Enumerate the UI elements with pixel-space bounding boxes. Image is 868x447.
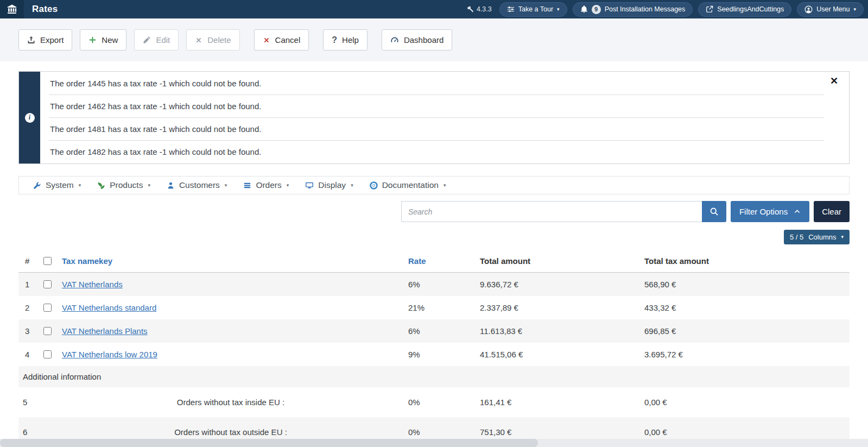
alert-message: The order 1462 has a tax rate -1 which c… [49,95,824,118]
chevron-down-icon: ▾ [443,183,446,188]
pencil-icon [143,36,151,44]
filter-options-button[interactable]: Filter Options [731,201,809,222]
alert-message: The order 1482 has a tax rate -1 which c… [49,141,824,163]
cancel-button[interactable]: Cancel [254,29,309,51]
search-icon [709,207,719,216]
row-index: 1 [18,273,37,297]
alert-messages: The order 1445 has a tax rate -1 which c… [40,72,849,163]
seedling-icon [97,181,105,190]
user-circle-icon [804,5,813,14]
user-menu-label: User Menu [816,5,850,13]
select-all-checkbox[interactable] [43,257,52,265]
rates-table: # Tax namekey Rate Total amount Total ta… [18,250,850,447]
row-checkbox[interactable] [43,350,52,358]
additional-information-label: Additional information [18,366,850,387]
alert-side: i [19,72,40,163]
tax-namekey-link[interactable]: VAT Netherlands standard [62,303,156,312]
row-index: 2 [18,296,37,319]
header-tax-namekey[interactable]: Tax namekey [58,250,404,273]
toolbar: Export New Edit Delete Cancel ? Hel [0,18,868,61]
columns-label: Columns [808,233,836,241]
edit-button[interactable]: Edit [134,29,179,51]
chevron-down-icon: ▾ [225,183,227,188]
toolbar-button-group: Export New Edit Delete [18,29,240,51]
total-amount-value: 41.515,06 € [476,343,640,366]
total-tax-amount-value: 696,85 € [640,319,850,343]
row-checkbox[interactable] [43,304,52,312]
tax-namekey-cell: VAT Netherlands Plants [58,319,404,343]
main-content: i The order 1445 has a tax rate -1 which… [0,61,868,447]
life-ring-icon [370,181,378,190]
total-amount-value: 161,41 € [476,387,640,417]
institution-icon [7,4,17,15]
dashboard-button[interactable]: Dashboard [382,29,452,51]
menu-item-orders[interactable]: Orders▾ [243,180,289,190]
empty-checkbox-cell [37,387,58,417]
menu-item-system[interactable]: System▾ [33,180,81,190]
filter-bar: Filter Options Clear [18,201,850,222]
chevron-down-icon: ▾ [351,183,353,188]
header-index: # [18,250,37,273]
header-rate[interactable]: Rate [404,250,476,273]
row-checkbox[interactable] [43,327,52,335]
row-checkbox[interactable] [43,280,52,288]
row-index: 4 [18,343,37,366]
delete-button[interactable]: Delete [186,29,239,51]
alert-message: The order 1445 has a tax rate -1 which c… [49,72,824,95]
new-button[interactable]: New [80,29,126,51]
export-button[interactable]: Export [18,29,72,51]
chevron-down-icon: ▾ [148,183,150,188]
rate-value: 6% [404,273,476,297]
table-header-row: # Tax namekey Rate Total amount Total ta… [18,250,850,273]
row-index: 3 [18,319,37,343]
total-amount-value: 9.636,72 € [476,273,640,297]
row-checkbox-cell [37,343,58,366]
tax-namekey-link[interactable]: VAT Netherlands [62,280,123,289]
rate-value: 21% [404,296,476,319]
user-icon [167,181,175,190]
search-group [401,201,726,222]
header-actions: 4.3.3 Take a Tour ▾ 9 Post Installation … [467,2,864,17]
menu-item-documentation[interactable]: Documentation▾ [370,180,446,190]
rate-row: 4VAT Netherlands low 20199%41.515,06 €3.… [18,343,850,366]
display-icon [305,181,314,190]
post-installation-messages-button[interactable]: 9 Post Installation Messages [573,2,693,17]
site-label: SeedlingsAndCuttings [717,5,784,13]
header-total-tax-amount: Total tax amount [640,250,850,273]
rate-value: 0% [404,387,476,417]
chevron-down-icon: ▾ [79,183,81,188]
times-icon [263,36,270,44]
close-icon[interactable]: ✕ [827,75,841,86]
chevron-down-icon: ▾ [841,235,844,240]
horizontal-scrollbar[interactable] [0,439,868,447]
total-tax-amount-value: 0,00 € [640,387,850,417]
gauge-icon [390,36,399,45]
bell-icon [580,5,588,13]
total-tax-amount-value: 568,90 € [640,273,850,297]
row-checkbox-cell [37,273,58,297]
rate-row: 3VAT Netherlands Plants6%11.613,83 €696,… [18,319,850,343]
menu-item-customers[interactable]: Customers▾ [167,180,227,190]
question-icon: ? [332,35,337,45]
site-link-button[interactable]: SeedlingsAndCuttings [698,2,791,17]
row-index: 5 [18,387,37,417]
sliders-icon [507,5,515,13]
messages-label: Post Installation Messages [605,5,686,13]
help-button[interactable]: ? Help [323,29,368,51]
row-checkbox-cell [37,296,58,319]
take-a-tour-button[interactable]: Take a Tour ▾ [499,2,567,17]
clear-button[interactable]: Clear [814,201,850,222]
user-menu-button[interactable]: User Menu ▾ [797,2,864,17]
joomla-logo-icon[interactable] [0,0,24,18]
menu-item-products[interactable]: Products▾ [97,180,150,190]
search-input[interactable] [401,201,702,222]
menu-item-display[interactable]: Display▾ [305,180,353,190]
tax-namekey-link[interactable]: VAT Netherlands Plants [62,326,148,336]
additional-information-row: Additional information [18,366,850,387]
tax-namekey-link[interactable]: VAT Netherlands low 2019 [62,350,157,359]
wrench-icon [33,181,41,190]
scrollbar-thumb[interactable] [0,439,538,447]
columns-selector-button[interactable]: 5 / 5 Columns ▾ [784,230,850,244]
search-button[interactable] [702,201,726,222]
page-title: Rates [32,4,58,15]
